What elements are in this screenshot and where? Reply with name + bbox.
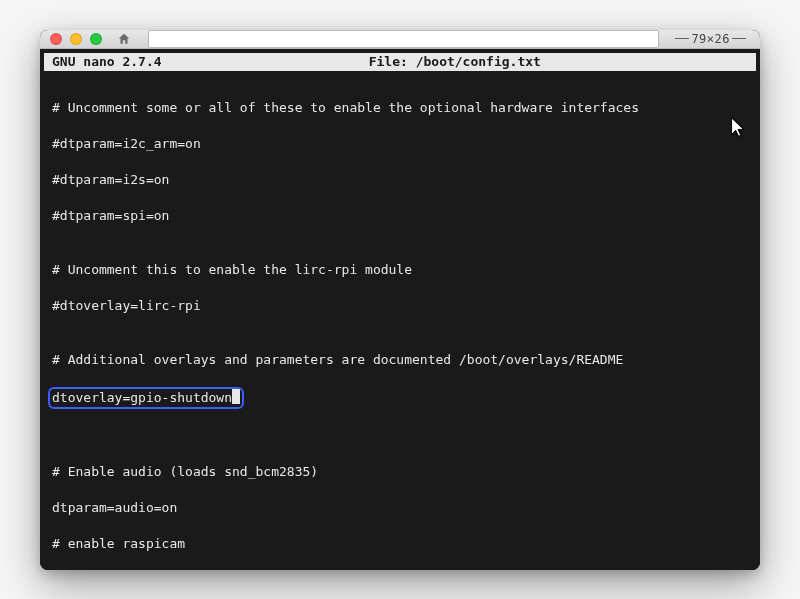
nano-file-label: File: /boot/config.txt xyxy=(162,53,748,71)
dimension-line-icon xyxy=(675,38,689,39)
address-input[interactable] xyxy=(148,30,659,48)
editor-line: dtoverlay=gpio-shutdown xyxy=(52,387,748,409)
terminal-body[interactable]: GNU nano 2.7.4 File: /boot/config.txt # … xyxy=(40,49,760,570)
window-titlebar: 79×26 xyxy=(40,30,760,49)
editor-line: #dtparam=i2s=on xyxy=(52,171,748,189)
editor-line: # Uncomment this to enable the lirc-rpi … xyxy=(52,261,748,279)
text-cursor xyxy=(232,389,240,404)
home-icon xyxy=(116,31,132,47)
terminal-window: 79×26 GNU nano 2.7.4 File: /boot/config.… xyxy=(40,30,760,570)
nano-header: GNU nano 2.7.4 File: /boot/config.txt xyxy=(44,53,756,71)
zoom-button[interactable] xyxy=(90,33,102,45)
highlighted-line: dtoverlay=gpio-shutdown xyxy=(48,387,244,409)
editor-line: # enable raspicam xyxy=(52,535,748,553)
nano-version: GNU nano 2.7.4 xyxy=(52,53,162,71)
editor-line: dtparam=audio=on xyxy=(52,499,748,517)
close-button[interactable] xyxy=(50,33,62,45)
editor-line: # Additional overlays and parameters are… xyxy=(52,351,748,369)
minimize-button[interactable] xyxy=(70,33,82,45)
dimensions-text: 79×26 xyxy=(691,32,730,46)
window-dimensions: 79×26 xyxy=(675,32,750,46)
editor-line: #dtoverlay=lirc-rpi xyxy=(52,297,748,315)
editor-line: # Uncomment some or all of these to enab… xyxy=(52,99,748,117)
dimension-line-icon xyxy=(732,38,746,39)
editor-content[interactable]: # Uncomment some or all of these to enab… xyxy=(44,71,756,570)
highlighted-text: dtoverlay=gpio-shutdown xyxy=(52,390,232,405)
editor-line: #dtparam=i2c_arm=on xyxy=(52,135,748,153)
editor-line: #dtparam=spi=on xyxy=(52,207,748,225)
traffic-lights xyxy=(50,33,102,45)
editor-line: # Enable audio (loads snd_bcm2835) xyxy=(52,463,748,481)
